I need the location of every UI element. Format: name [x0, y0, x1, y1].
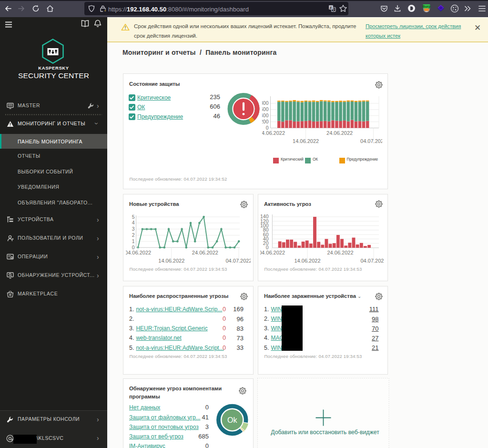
svg-text:800: 800	[262, 100, 269, 106]
svg-text:04.06.2022: 04.06.2022	[262, 130, 285, 136]
svg-text:04.06.2022: 04.06.2022	[126, 250, 151, 255]
svg-text:1: 1	[132, 238, 134, 244]
svg-text:24.06.2022: 24.06.2022	[326, 130, 353, 136]
svg-text:04.06.2022: 04.06.2022	[260, 250, 285, 255]
svg-text:Burp: Burp	[422, 4, 431, 9]
svg-text:2: 2	[132, 232, 134, 238]
svg-text:04.07.2022: 04.07.2022	[360, 138, 382, 144]
svg-text:400: 400	[262, 112, 269, 118]
svg-text:14.06.2022: 14.06.2022	[158, 258, 184, 264]
svg-text:600: 600	[262, 106, 269, 112]
svg-text:5: 5	[132, 214, 134, 220]
svg-text:3: 3	[132, 226, 134, 232]
svg-text:24.06.2022: 24.06.2022	[192, 250, 218, 255]
svg-text:04.07.2022: 04.07.2022	[360, 258, 384, 264]
svg-text:14.06.2022: 14.06.2022	[293, 138, 319, 144]
svg-text:4: 4	[132, 220, 134, 225]
svg-text:200: 200	[262, 119, 269, 124]
svg-text:140: 140	[260, 214, 269, 219]
svg-text:Ok: Ok	[227, 416, 237, 424]
svg-text:14.06.2022: 14.06.2022	[294, 258, 320, 264]
svg-text:04.07.2022: 04.07.2022	[225, 258, 251, 264]
svg-text:文: 文	[332, 8, 335, 11]
svg-text:24.06.2022: 24.06.2022	[327, 250, 353, 255]
